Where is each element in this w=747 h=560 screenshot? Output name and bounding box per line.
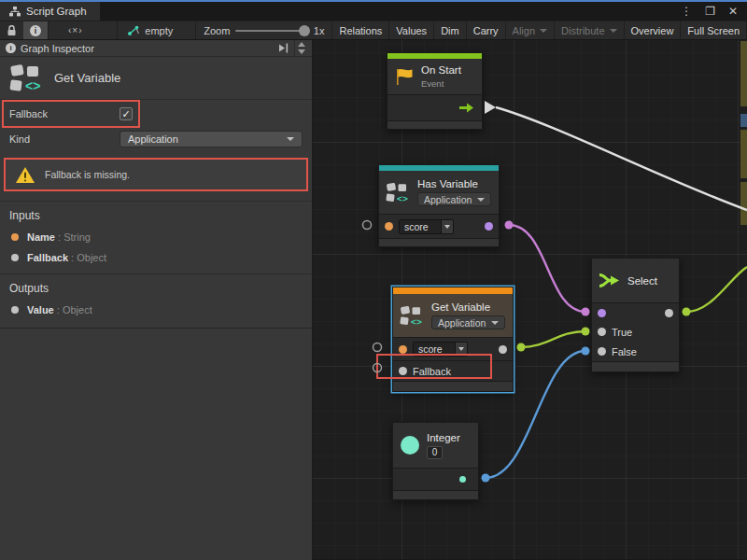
graph-canvas[interactable]: On Start Event: [313, 40, 747, 559]
chevron-down-icon: [444, 225, 450, 229]
tab-label: Script Graph: [26, 6, 87, 17]
offscreen-node-edge: [740, 41, 747, 106]
code-preview-button[interactable]: ‹×›: [49, 21, 90, 39]
tab-bar: Script Graph ⋮ ❐ ✕: [0, 2, 747, 21]
kind-dropdown[interactable]: Application: [120, 131, 303, 147]
unconnected-port-ring[interactable]: [374, 343, 382, 352]
variable-name-value[interactable]: score: [414, 343, 455, 356]
node-port-row: [393, 468, 478, 490]
inputs-heading: Inputs: [0, 202, 312, 227]
has-variable-icon: <>: [386, 182, 411, 203]
relations-button[interactable]: Relations: [332, 21, 389, 39]
port-dot-orange: [11, 233, 19, 241]
node-integer[interactable]: Integer 0: [392, 422, 479, 500]
wire-has-variable-to-select: [509, 225, 585, 312]
chevron-down-icon: [491, 321, 499, 325]
node-select[interactable]: Select True False: [591, 258, 680, 372]
outputs-heading: Outputs: [0, 274, 312, 300]
variable-name-field[interactable]: score: [413, 342, 468, 357]
node-get-variable[interactable]: <> Get Variable Application score: [392, 287, 514, 392]
maximize-icon[interactable]: ❐: [705, 5, 715, 18]
fallback-input-port[interactable]: [399, 367, 407, 375]
wire-endpoint: [582, 328, 590, 336]
chevron-down-icon: [610, 29, 617, 33]
wire-select-output: [686, 267, 747, 312]
unconnected-port-ring[interactable]: [374, 364, 382, 372]
unit-title-block: <> Get Variable: [0, 57, 312, 100]
node-link-icon: [127, 25, 140, 36]
node-has-variable[interactable]: <> Has Variable Application score: [378, 164, 500, 247]
variable-name-dropdown[interactable]: [441, 220, 453, 233]
name-input-port[interactable]: [399, 345, 407, 354]
info-icon: i: [30, 25, 41, 36]
code-icon: ‹×›: [68, 25, 83, 35]
scope-dropdown[interactable]: Application: [417, 192, 491, 206]
fallback-port-label: Fallback: [413, 366, 451, 377]
tab-script-graph[interactable]: Script Graph: [0, 2, 100, 21]
lock-button[interactable]: [0, 21, 23, 39]
scroll-up-icon[interactable]: [298, 42, 305, 47]
false-input-port[interactable]: [598, 347, 606, 356]
node-header: On Start Event: [388, 59, 482, 94]
offscreen-node-edge: [740, 130, 747, 178]
node-on-start[interactable]: On Start Event: [387, 52, 483, 130]
svg-text:<>: <>: [411, 315, 422, 326]
chevron-down-icon: [540, 29, 547, 33]
wire-start-arrow: [485, 101, 496, 114]
bool-output-port[interactable]: [485, 222, 493, 231]
dim-button[interactable]: Dim: [434, 21, 467, 39]
inspector-toggle-button[interactable]: i: [23, 21, 49, 39]
distribute-button[interactable]: Distribute: [555, 21, 624, 39]
inspector-title: Graph Inspector: [21, 43, 94, 54]
carry-button[interactable]: Carry: [467, 21, 506, 39]
condition-input-port[interactable]: [598, 309, 606, 317]
zoom-label: Zoom: [204, 25, 230, 36]
align-button[interactable]: Align: [506, 21, 555, 39]
fallback-checkbox[interactable]: ✓: [120, 107, 133, 120]
node-title: On Start: [421, 64, 461, 76]
node-port-row: [592, 302, 679, 322]
fullscreen-button[interactable]: Full Screen: [681, 21, 747, 39]
input-type: : Object: [71, 252, 106, 263]
variable-name-dropdown[interactable]: [455, 343, 467, 356]
selection-output-port[interactable]: [665, 309, 673, 317]
values-button[interactable]: Values: [389, 21, 434, 39]
node-footer: [393, 381, 513, 391]
node-footer: [592, 361, 679, 371]
inspector-scroll-arrows[interactable]: [294, 40, 308, 57]
zoom-slider-handle[interactable]: [299, 25, 310, 36]
overview-button[interactable]: Overview: [625, 21, 682, 39]
scope-dropdown[interactable]: Application: [431, 315, 505, 329]
dock-panel-icon[interactable]: [277, 43, 289, 53]
node-footer: [388, 120, 482, 129]
true-port-row: True: [592, 322, 679, 342]
variable-name-value[interactable]: score: [400, 220, 441, 233]
tab-spacer: [100, 2, 682, 21]
flow-output-port[interactable]: [458, 103, 474, 113]
close-icon[interactable]: ✕: [728, 5, 738, 18]
chevron-down-icon: [477, 198, 485, 202]
wires-layer: [313, 40, 747, 559]
integer-value-field[interactable]: 0: [427, 446, 443, 459]
get-variable-icon: <>: [400, 305, 425, 327]
value-output-port[interactable]: [499, 345, 507, 354]
zoom-slider[interactable]: [235, 30, 307, 32]
node-subtitle: Event: [421, 78, 461, 89]
input-type: : String: [58, 231, 91, 243]
scroll-down-icon[interactable]: [298, 49, 305, 54]
variable-header-strip: [393, 287, 513, 294]
fallback-port-row: Fallback: [393, 360, 513, 381]
name-input-port[interactable]: [385, 222, 393, 231]
inspector-toolbar: i ‹×›: [0, 21, 118, 39]
variable-name-field[interactable]: score: [399, 219, 454, 234]
get-variable-icon: <>: [9, 63, 45, 93]
node-footer: [379, 238, 499, 246]
unconnected-port-ring[interactable]: [363, 221, 372, 230]
fallback-field-row: Fallback ✓: [0, 103, 312, 125]
node-title: Has Variable: [417, 178, 491, 189]
true-port-label: True: [612, 327, 632, 338]
window-menu-icon[interactable]: ⋮: [681, 5, 692, 18]
script-graph-window: Script Graph ⋮ ❐ ✕ i ‹×›: [0, 0, 747, 560]
true-input-port[interactable]: [598, 328, 606, 336]
integer-output-port[interactable]: [459, 476, 466, 483]
